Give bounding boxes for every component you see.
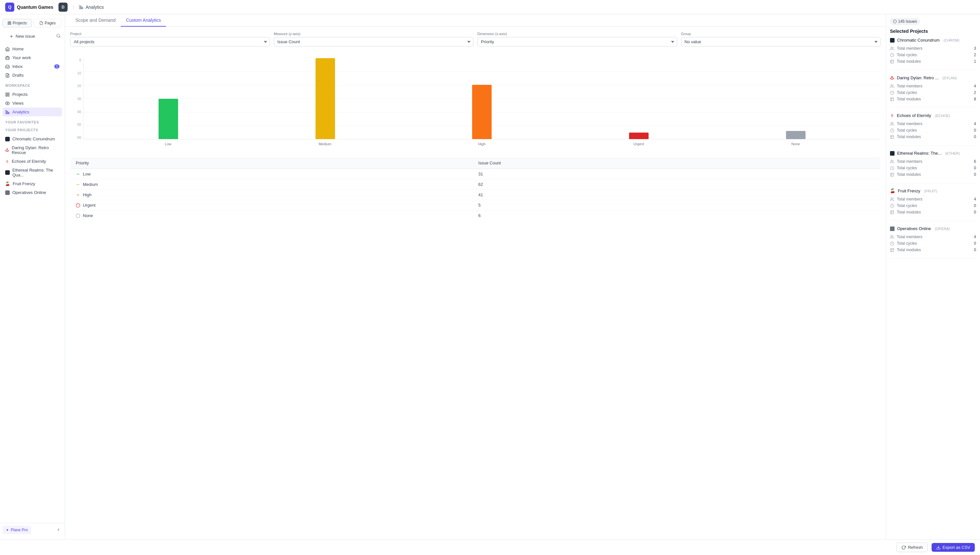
sidebar-item-chromatic[interactable]: Chromatic Conundrum: [3, 135, 62, 143]
sidebar-item-home[interactable]: Home: [3, 45, 62, 53]
search-button[interactable]: [55, 32, 62, 40]
file-icon: [39, 21, 43, 25]
bar-chart-icon: [5, 110, 10, 114]
panel-ethereal: Ethereal Realms: The... (ETHER) Total me…: [890, 151, 976, 183]
briefcase-icon: [5, 56, 10, 60]
tab-scope-demand[interactable]: Scope and Demand: [70, 14, 121, 27]
brand-name: Quantum Games: [17, 5, 53, 10]
sidebar-item-your-work[interactable]: Your work: [3, 53, 62, 62]
projects-icon: [5, 92, 10, 97]
sidebar-item-echoes[interactable]: 🕯 Echoes of Eternity: [3, 157, 62, 166]
col-count: Issue Count: [473, 157, 880, 169]
data-table: Priority Issue Count Low: [70, 157, 881, 221]
svg-rect-45: [891, 210, 894, 214]
sidebar-item-drafts[interactable]: Drafts: [3, 71, 62, 80]
sidebar-item-inbox[interactable]: Inbox 1: [3, 62, 62, 71]
chromatic-icon: [5, 137, 10, 141]
cycles-icon-6: [890, 241, 894, 245]
measure-filter-label: Measure (y-axis): [274, 32, 474, 36]
operatives-icon: [5, 191, 10, 195]
refresh-button[interactable]: Refresh: [897, 543, 928, 552]
svg-rect-11: [5, 57, 10, 59]
priority-low-cell: Low: [76, 172, 468, 176]
nav-items: Home Your work Inbox 1 Drafts: [0, 43, 65, 81]
chart-container: Project All projects Measure (y-axis) Is…: [65, 27, 886, 539]
panel-fruit: 🍒 Fruit Frenzy (FRUIT) Total members 4 T…: [890, 188, 976, 221]
sidebar-item-daring[interactable]: 🕹 Daring Dylan: Retro Rescue: [3, 143, 62, 157]
svg-rect-1: [81, 6, 82, 9]
page-title-text: Analytics: [85, 5, 104, 10]
sidebar-item-analytics[interactable]: Analytics: [3, 107, 62, 116]
cycles-icon-5: [890, 204, 894, 208]
table-row: High 41: [71, 190, 881, 200]
modules-icon-6: [890, 248, 894, 252]
cycles-icon-3: [890, 128, 894, 133]
count-high: 41: [473, 190, 880, 200]
sidebar-item-ethereal[interactable]: Ethereal Realms: The Qua...: [3, 166, 62, 180]
daring-panel-icon: 🕹: [890, 75, 894, 80]
bar-low: [90, 58, 247, 139]
echoes-icon: 🕯: [5, 159, 9, 164]
dimension-filter-label: Dimension (x-axis): [477, 32, 677, 36]
content-area: Scope and Demand Custom Analytics Projec…: [65, 14, 980, 539]
chart-x-labels: Low Medium High Urgent None: [83, 140, 881, 149]
ethereal-panel-icon: [890, 151, 895, 156]
filters-row: Project All projects Measure (y-axis) Is…: [70, 32, 881, 47]
dimension-filter: Dimension (x-axis) Priority: [477, 32, 677, 47]
modules-icon: [890, 59, 894, 64]
cycles-icon: [890, 53, 894, 57]
tab-projects[interactable]: Projects: [3, 19, 32, 27]
sidebar-item-operatives[interactable]: Operatives Online: [3, 188, 62, 197]
svg-rect-5: [8, 23, 10, 25]
inbox-badge: 1: [54, 64, 59, 69]
table-row: Medium 62: [71, 180, 881, 190]
new-issue-button[interactable]: New issue: [5, 32, 39, 41]
user-avatar[interactable]: D: [58, 3, 67, 12]
svg-rect-20: [7, 111, 8, 114]
ethereal-icon: [5, 170, 10, 175]
svg-rect-3: [8, 22, 10, 23]
collapse-sidebar-button[interactable]: [55, 526, 62, 534]
new-issue-row: New issue: [0, 29, 65, 43]
project-list: Chromatic Conundrum 🕹 Daring Dylan: Retr…: [0, 133, 65, 198]
group-filter-select[interactable]: No value: [681, 37, 881, 47]
table-body: Low 31 Medium: [71, 169, 881, 221]
sidebar-item-workspace-projects[interactable]: Projects: [3, 90, 62, 99]
priority-low-icon: [76, 172, 80, 176]
modules-icon-5: [890, 210, 894, 215]
members-icon-6: [890, 235, 894, 239]
svg-rect-42: [891, 173, 894, 176]
tab-pages[interactable]: Pages: [33, 19, 63, 27]
svg-point-18: [7, 103, 8, 104]
svg-rect-21: [8, 112, 9, 114]
dimension-filter-select[interactable]: Priority: [477, 37, 677, 47]
analytics-main: Scope and Demand Custom Analytics Projec…: [65, 14, 886, 539]
bar-none: [717, 58, 874, 139]
workspace-label: WORKSPACE: [0, 81, 65, 89]
brand-icon: Q: [5, 3, 14, 12]
svg-point-9: [57, 34, 60, 37]
tab-custom-analytics[interactable]: Custom Analytics: [121, 14, 166, 27]
project-filter-select[interactable]: All projects: [70, 37, 270, 47]
export-csv-button[interactable]: Export as CSV: [932, 543, 975, 552]
sidebar-item-fruit[interactable]: 🍒 Fruit Frenzy: [3, 180, 62, 188]
measure-filter-select[interactable]: Issue Count: [274, 37, 474, 47]
sidebar-bottom: ✦ Plane Pro: [0, 523, 65, 537]
favorites-label: YOUR FAVORITES: [0, 118, 65, 125]
bottom-bar: Refresh Export as CSV: [0, 539, 980, 555]
plane-pro-button[interactable]: ✦ Plane Pro: [3, 526, 31, 534]
members-icon: [890, 47, 894, 51]
sidebar-item-views[interactable]: Views: [3, 99, 62, 107]
table-row: None 6: [71, 210, 881, 221]
table-header: Priority Issue Count: [71, 157, 881, 169]
priority-urgent-cell: Urgent: [76, 203, 468, 208]
chart-bars: [83, 58, 881, 140]
issues-pill: 145 Issues: [890, 18, 920, 25]
count-urgent: 5: [473, 200, 880, 210]
svg-rect-6: [10, 23, 11, 25]
issues-icon: [893, 19, 897, 23]
sidebar-tabs: Projects Pages: [0, 17, 65, 29]
svg-point-46: [891, 235, 892, 237]
plus-icon: [9, 34, 14, 38]
svg-point-34: [891, 85, 892, 86]
